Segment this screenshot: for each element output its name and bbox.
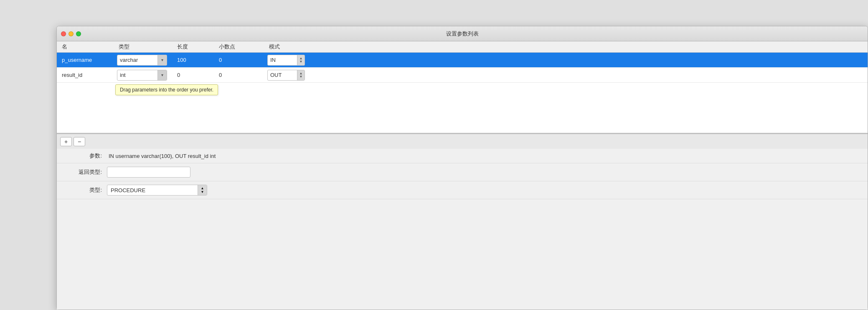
window-title: 设置参数列表 — [446, 30, 479, 38]
row-name-1: result_id — [57, 72, 115, 78]
return-type-row: 返回类型: — [57, 163, 868, 181]
row-type-cell-0: varchar ▾ — [115, 54, 174, 66]
type-row: 类型: PROCEDURE ▲ ▼ — [57, 181, 868, 199]
type-select-arrow-0[interactable]: ▾ — [157, 55, 167, 65]
toolbar-bar: + − — [57, 134, 868, 149]
row-name-0: p_username — [57, 57, 115, 63]
type-label: 类型: — [57, 186, 107, 194]
type-select-text-0: varchar — [117, 57, 157, 63]
mode-select-1[interactable]: OUT ▲ ▼ — [267, 70, 305, 81]
type-select-text-1: int — [117, 72, 157, 78]
type-select-wrap[interactable]: PROCEDURE ▲ ▼ — [107, 185, 207, 196]
params-label: 参数: — [57, 152, 107, 160]
remove-param-button[interactable]: − — [74, 137, 85, 146]
param-panel: 名 类型 长度 小数点 模式 p_username varchar ▾ 100 … — [57, 41, 868, 134]
type-select-arrow-1[interactable]: ▾ — [157, 70, 167, 80]
col-header-length: 长度 — [174, 43, 216, 51]
col-header-mode: 模式 — [266, 43, 312, 51]
type-select-stepper[interactable]: ▲ ▼ — [198, 185, 207, 195]
type-select-value: PROCEDURE — [107, 187, 198, 193]
maximize-button[interactable] — [76, 31, 81, 36]
row-decimal-0: 0 — [216, 57, 266, 63]
mode-select-text-0: IN — [268, 57, 297, 63]
add-param-button[interactable]: + — [60, 137, 72, 146]
arrow-down-icon: ▼ — [299, 75, 303, 79]
stepper-down-icon: ▼ — [201, 190, 204, 194]
table-row[interactable]: p_username varchar ▾ 100 0 IN ▲ ▼ — [57, 53, 868, 68]
type-select-0[interactable]: varchar ▾ — [117, 55, 167, 66]
mode-select-arrows-0[interactable]: ▲ ▼ — [297, 55, 305, 65]
minimize-button[interactable] — [69, 31, 74, 36]
close-button[interactable] — [61, 31, 66, 36]
return-type-input[interactable] — [107, 167, 190, 178]
main-window: 设置参数列表 名 类型 长度 小数点 模式 p_username varchar… — [56, 26, 868, 310]
drag-tooltip: Drag parameters into the order you prefe… — [115, 84, 218, 95]
form-panel: 参数: IN username varchar(100), OUT result… — [57, 149, 868, 310]
table-row[interactable]: result_id int ▾ 0 0 OUT ▲ ▼ — [57, 68, 868, 83]
return-type-label: 返回类型: — [57, 168, 107, 176]
params-row: 参数: IN username varchar(100), OUT result… — [57, 149, 868, 163]
row-length-1: 0 — [174, 72, 216, 78]
row-length-0: 100 — [174, 57, 216, 63]
type-select-1[interactable]: int ▾ — [117, 70, 167, 81]
arrow-down-icon: ▼ — [299, 60, 303, 64]
row-decimal-1: 0 — [216, 72, 266, 78]
mode-select-0[interactable]: IN ▲ ▼ — [267, 55, 305, 66]
mode-select-text-1: OUT — [268, 72, 297, 78]
row-mode-cell-1: OUT ▲ ▼ — [266, 69, 312, 81]
table-header: 名 类型 长度 小数点 模式 — [57, 41, 868, 53]
row-mode-cell-0: IN ▲ ▼ — [266, 54, 312, 66]
window-content: 名 类型 长度 小数点 模式 p_username varchar ▾ 100 … — [57, 41, 868, 310]
col-header-name: 名 — [57, 43, 115, 51]
col-header-type: 类型 — [115, 43, 174, 51]
title-bar: 设置参数列表 — [57, 26, 868, 41]
row-type-cell-1: int ▾ — [115, 69, 174, 81]
mode-select-arrows-1[interactable]: ▲ ▼ — [297, 70, 305, 80]
stepper-up-icon: ▲ — [201, 186, 204, 190]
traffic-lights — [57, 31, 81, 36]
params-value: IN username varchar(100), OUT result_id … — [107, 153, 868, 159]
col-header-decimal: 小数点 — [216, 43, 266, 51]
